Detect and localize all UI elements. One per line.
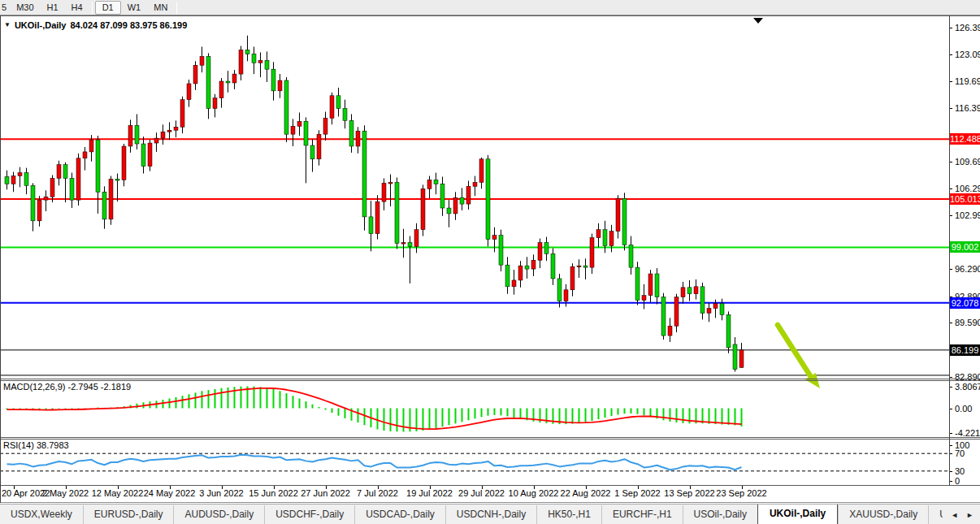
candle-body	[310, 145, 314, 159]
date-tick-label: 10 Aug 2022	[509, 488, 559, 498]
period-m30-button[interactable]: M30	[10, 1, 40, 15]
candle-body	[375, 201, 379, 234]
candle-body	[622, 198, 627, 245]
candle-body	[291, 126, 295, 134]
tab-usdcnh-daily[interactable]: USDCNH-,Daily	[445, 505, 536, 524]
rsi-indicator-label: RSI(14) 38.7983	[3, 440, 69, 450]
candle-body	[89, 140, 93, 152]
candle-body	[349, 120, 353, 146]
candle-body	[460, 197, 464, 204]
candle-body	[447, 208, 451, 214]
period-w1-button[interactable]: W1	[121, 1, 148, 15]
date-tick-label: 27 Jun 2022	[301, 488, 350, 498]
chart-window[interactable]: ▼ UKOil-,Daily 84.024 87.099 83.975 86.1…	[0, 15, 980, 503]
candle-body	[174, 127, 178, 130]
candle-body	[265, 60, 269, 69]
candle-body	[687, 288, 692, 294]
tab-scroll-controls: ◄ ►	[943, 505, 980, 524]
toolbar-separator	[92, 2, 93, 14]
tab-xauusd-daily[interactable]: XAUUSD-,Daily	[838, 505, 928, 524]
candle-body	[284, 80, 288, 134]
chart-title: ▼ UKOil-,Daily 84.024 87.099 83.975 86.1…	[4, 20, 187, 30]
chart-bottom-border	[0, 502, 980, 503]
candle-body	[401, 243, 405, 245]
candle-body	[388, 182, 392, 184]
macd-rsi-separator[interactable]	[0, 437, 980, 438]
price-level-label: 92.078	[950, 297, 980, 309]
candle-body	[226, 81, 230, 83]
price-level-label: 112.488	[950, 133, 980, 145]
candle-body	[31, 185, 35, 220]
macd-indicator-label: MACD(12,26,9) -2.7945 -2.1819	[3, 382, 131, 392]
candle-body	[642, 296, 646, 301]
price-tick-label: 109.690	[955, 157, 980, 167]
period-d1-button[interactable]: D1	[95, 1, 121, 15]
period-m5-button[interactable]: 5	[0, 1, 10, 15]
candle-body	[726, 314, 731, 347]
candle-body	[421, 188, 425, 229]
price-axis[interactable]: 126.390123.090119.690116.390109.690106.2…	[949, 15, 980, 487]
date-axis[interactable]: 20 Apr 20222 May 202212 May 202224 May 2…	[0, 486, 980, 503]
macd-rsi-separator-shadow	[0, 439, 980, 440]
candle-body	[239, 50, 243, 74]
candle-body	[5, 177, 9, 184]
date-tick-label: 19 Jul 2022	[406, 488, 453, 498]
date-tick-label: 22 Aug 2022	[561, 488, 611, 498]
macd-axis-label: 3.8067	[955, 382, 980, 392]
date-tick-label: 29 Jul 2022	[458, 488, 505, 498]
price-tick-label: 116.390	[955, 103, 980, 113]
price-level-label: 99.002	[950, 241, 980, 253]
candle-body	[219, 81, 223, 98]
candle-body	[557, 279, 562, 301]
tab-usdchf-daily[interactable]: USDCHF-,Daily	[264, 505, 354, 524]
period-h4-button[interactable]: H4	[65, 1, 89, 15]
tab-usdx-weekly[interactable]: USDX,Weekly	[0, 505, 83, 524]
candle-body	[453, 197, 457, 214]
candle-body	[141, 144, 145, 167]
candle-body	[245, 50, 249, 54]
candle-body	[343, 109, 347, 121]
tab-hk50-h1[interactable]: HK50-,H1	[536, 505, 601, 524]
tab-usdcad-daily[interactable]: USDCAD-,Daily	[354, 505, 445, 524]
candle-body	[525, 266, 529, 269]
candle-body	[551, 253, 555, 279]
chart-collapse-icon[interactable]: ▼	[4, 22, 11, 28]
main-macd-separator[interactable]	[0, 379, 980, 379]
tab-eurusd-daily[interactable]: EURUSD-,Daily	[83, 505, 174, 524]
price-axis-separator	[949, 15, 950, 486]
date-tick-label: 13 Sep 2022	[664, 488, 714, 498]
chart-ohlc-values: 84.024 87.099 83.975 86.199	[71, 20, 188, 30]
candle-body	[499, 236, 503, 266]
candle-body	[512, 280, 516, 287]
price-level-label: 105.013	[950, 193, 980, 205]
chart-end-marker-icon	[753, 18, 763, 24]
tab-scroll-right-icon[interactable]: ►	[966, 511, 973, 519]
date-tick-label: 3 Jun 2022	[199, 488, 243, 498]
candle-body	[570, 266, 575, 290]
candle-body	[102, 192, 106, 219]
tab-ukoil-daily[interactable]: UKOil-,Daily	[757, 504, 838, 524]
chart-top-border	[0, 15, 980, 16]
period-mn-button[interactable]: MN	[147, 1, 174, 15]
candle-body	[492, 236, 497, 240]
rsi-axis-label: 70	[955, 448, 965, 458]
price-chart[interactable]	[0, 15, 949, 486]
candle-body	[655, 274, 659, 297]
tab-audusd-daily[interactable]: AUDUSD-,Daily	[173, 505, 264, 524]
price-tick-label: 89.590	[955, 318, 980, 327]
candles	[5, 36, 744, 372]
period-h1-button[interactable]: H1	[41, 1, 65, 15]
candle-body	[115, 179, 119, 180]
price-tick-label: 102.990	[955, 210, 980, 220]
timeframe-toolbar: 5M30H1H4D1W1MN	[0, 0, 980, 15]
tab-scroll-left-icon[interactable]: ◄	[951, 511, 958, 519]
candle-body	[213, 98, 217, 109]
tab-usoil-daily[interactable]: USOil-,Daily	[683, 505, 757, 524]
candle-body	[518, 266, 523, 280]
tab-eurchf-h1[interactable]: EURCHF-,H1	[601, 505, 683, 524]
candle-body	[148, 143, 152, 167]
date-tick-label: 15 Jun 2022	[249, 488, 298, 498]
candle-body	[18, 173, 22, 176]
candle-body	[635, 267, 640, 300]
candle-body	[128, 125, 132, 146]
